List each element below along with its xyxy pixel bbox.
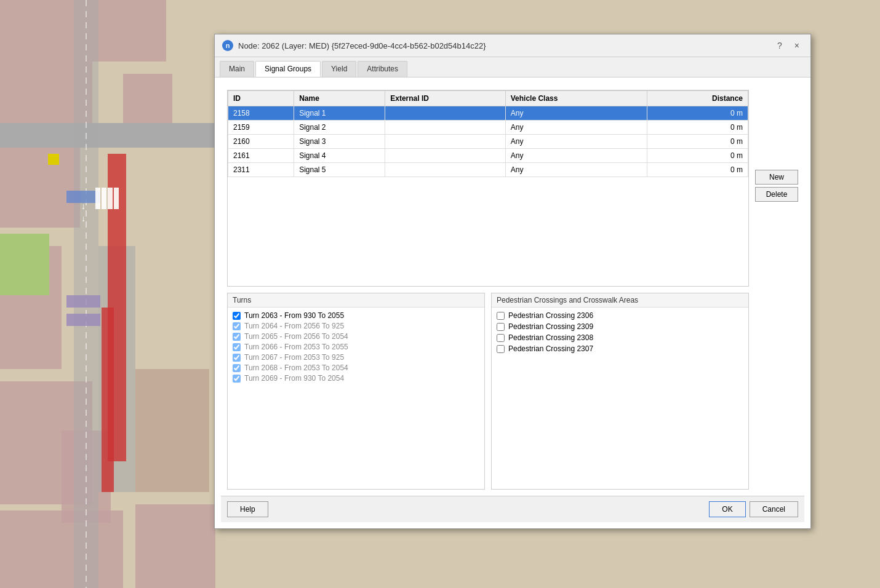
cell-distance: 0 m bbox=[647, 163, 748, 177]
dialog-icon: n bbox=[222, 40, 233, 51]
pedestrian-crossing-checkbox[interactable] bbox=[497, 323, 505, 331]
buttons-panel: New Delete bbox=[755, 170, 798, 202]
ok-button[interactable]: OK bbox=[709, 501, 745, 517]
svg-rect-22 bbox=[95, 188, 100, 209]
svg-rect-23 bbox=[102, 188, 106, 209]
tab-attributes[interactable]: Attributes bbox=[358, 61, 407, 77]
table-row[interactable]: 2161Signal 4Any0 m bbox=[228, 149, 748, 163]
dialog-title: Node: 2062 (Layer: MED) {5f27eced-9d0e-4… bbox=[238, 41, 486, 50]
footer-right-buttons: OK Cancel bbox=[709, 501, 798, 517]
turn-item[interactable]: Turn 2064 - From 2056 To 925 bbox=[233, 322, 479, 330]
cell-distance: 0 m bbox=[647, 135, 748, 149]
svg-rect-25 bbox=[114, 188, 119, 209]
cell-name: Signal 5 bbox=[294, 163, 385, 177]
turn-checkbox[interactable] bbox=[233, 322, 241, 330]
cancel-button[interactable]: Cancel bbox=[750, 501, 798, 517]
tab-main[interactable]: Main bbox=[220, 61, 254, 77]
cell-distance: 0 m bbox=[647, 106, 748, 121]
pedestrian-crossing-item[interactable]: Pedestrian Crossing 2306 bbox=[497, 311, 743, 320]
pedestrian-crossing-item[interactable]: Pedestrian Crossing 2309 bbox=[497, 322, 743, 331]
turn-label: Turn 2064 - From 2056 To 925 bbox=[244, 322, 344, 330]
turn-checkbox[interactable] bbox=[233, 333, 241, 341]
svg-rect-24 bbox=[108, 188, 113, 209]
bottom-panels: Turns Turn 2063 - From 930 To 2055Turn 2… bbox=[227, 293, 749, 490]
turn-label: Turn 2066 - From 2053 To 2055 bbox=[244, 343, 348, 351]
pedestrian-panel-content: Pedestrian Crossing 2306Pedestrian Cross… bbox=[492, 308, 748, 489]
cell-vehicle-class: Any bbox=[505, 106, 647, 121]
turn-item[interactable]: Turn 2063 - From 930 To 2055 bbox=[233, 311, 479, 320]
turn-checkbox[interactable] bbox=[233, 312, 241, 320]
pedestrian-crossing-checkbox[interactable] bbox=[497, 345, 505, 353]
col-id: ID bbox=[228, 91, 294, 106]
cell-id: 2161 bbox=[228, 149, 294, 163]
table-row[interactable]: 2160Signal 3Any0 m bbox=[228, 135, 748, 149]
svg-rect-9 bbox=[0, 234, 49, 295]
tab-signal-groups[interactable]: Signal Groups bbox=[255, 61, 321, 77]
cell-name: Signal 4 bbox=[294, 149, 385, 163]
turn-item[interactable]: Turn 2065 - From 2056 To 2054 bbox=[233, 332, 479, 341]
svg-rect-8 bbox=[0, 511, 123, 588]
cell-external-id bbox=[385, 106, 505, 121]
close-button[interactable]: × bbox=[791, 39, 803, 52]
turn-checkbox[interactable] bbox=[233, 343, 241, 351]
turn-checkbox[interactable] bbox=[233, 364, 241, 372]
signal-table-container[interactable]: ID Name External ID Vehicle Class Distan… bbox=[227, 90, 749, 287]
new-button[interactable]: New bbox=[755, 170, 798, 185]
turn-label: Turn 2065 - From 2056 To 2054 bbox=[244, 332, 348, 341]
help-button[interactable]: Help bbox=[227, 501, 268, 517]
cell-vehicle-class: Any bbox=[505, 149, 647, 163]
svg-text:↓: ↓ bbox=[81, 201, 86, 211]
help-icon-btn[interactable]: ? bbox=[774, 39, 786, 52]
dialog-footer: Help OK Cancel bbox=[221, 496, 804, 522]
col-external-id: External ID bbox=[385, 91, 505, 106]
tabs-row: Main Signal Groups Yield Attributes bbox=[215, 57, 810, 77]
turn-checkbox[interactable] bbox=[233, 354, 241, 362]
svg-rect-15 bbox=[102, 308, 114, 492]
turn-item[interactable]: Turn 2067 - From 2053 To 925 bbox=[233, 353, 479, 362]
dialog: n Node: 2062 (Layer: MED) {5f27eced-9d0e… bbox=[214, 34, 811, 529]
pedestrian-crossing-checkbox[interactable] bbox=[497, 334, 505, 342]
table-row[interactable]: 2311Signal 5Any0 m bbox=[228, 163, 748, 177]
col-distance: Distance bbox=[647, 91, 748, 106]
turns-panel-content: Turn 2063 - From 930 To 2055Turn 2064 - … bbox=[228, 308, 484, 489]
table-row[interactable]: 2159Signal 2Any0 m bbox=[228, 121, 748, 135]
pedestrian-crossing-label: Pedestrian Crossing 2308 bbox=[508, 333, 593, 342]
cell-name: Signal 1 bbox=[294, 106, 385, 121]
cell-distance: 0 m bbox=[647, 121, 748, 135]
col-vehicle-class: Vehicle Class bbox=[505, 91, 647, 106]
turn-item[interactable]: Turn 2069 - From 930 To 2054 bbox=[233, 374, 479, 383]
dialog-titlebar: n Node: 2062 (Layer: MED) {5f27eced-9d0e… bbox=[215, 34, 810, 57]
turn-label: Turn 2068 - From 2053 To 2054 bbox=[244, 364, 348, 372]
pedestrian-crossing-label: Pedestrian Crossing 2306 bbox=[508, 311, 593, 320]
cell-id: 2159 bbox=[228, 121, 294, 135]
pedestrian-crossing-label: Pedestrian Crossing 2309 bbox=[508, 322, 593, 331]
pedestrian-panel-title: Pedestrian Crossings and Crosswalk Areas bbox=[492, 293, 748, 308]
svg-rect-19 bbox=[48, 154, 59, 165]
table-row[interactable]: 2158Signal 1Any0 m bbox=[228, 106, 748, 121]
turn-item[interactable]: Turn 2068 - From 2053 To 2054 bbox=[233, 364, 479, 372]
content-wrapper: ID Name External ID Vehicle Class Distan… bbox=[221, 84, 804, 496]
turns-panel: Turns Turn 2063 - From 930 To 2055Turn 2… bbox=[227, 293, 485, 490]
cell-external-id bbox=[385, 163, 505, 177]
turn-checkbox[interactable] bbox=[233, 375, 241, 383]
delete-button[interactable]: Delete bbox=[755, 187, 798, 202]
svg-text:↓: ↓ bbox=[81, 213, 86, 223]
cell-external-id bbox=[385, 149, 505, 163]
tab-yield[interactable]: Yield bbox=[322, 61, 356, 77]
col-name: Name bbox=[294, 91, 385, 106]
pedestrian-crossing-label: Pedestrian Crossing 2307 bbox=[508, 344, 593, 353]
pedestrian-crossing-checkbox[interactable] bbox=[497, 312, 505, 320]
pedestrian-crossing-item[interactable]: Pedestrian Crossing 2307 bbox=[497, 344, 743, 353]
turn-item[interactable]: Turn 2066 - From 2053 To 2055 bbox=[233, 343, 479, 351]
turn-label: Turn 2069 - From 930 To 2054 bbox=[244, 374, 344, 383]
cell-id: 2160 bbox=[228, 135, 294, 149]
svg-rect-3 bbox=[92, 0, 166, 62]
dialog-title-buttons: ? × bbox=[774, 39, 803, 52]
cell-distance: 0 m bbox=[647, 149, 748, 163]
cell-id: 2158 bbox=[228, 106, 294, 121]
signal-table: ID Name External ID Vehicle Class Distan… bbox=[228, 90, 748, 177]
pedestrian-crossing-item[interactable]: Pedestrian Crossing 2308 bbox=[497, 333, 743, 342]
svg-rect-18 bbox=[66, 314, 100, 326]
cell-name: Signal 2 bbox=[294, 121, 385, 135]
cell-vehicle-class: Any bbox=[505, 135, 647, 149]
